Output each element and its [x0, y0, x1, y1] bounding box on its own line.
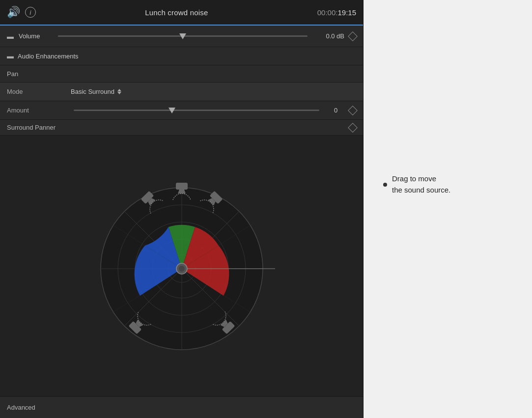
amount-label: Amount — [7, 107, 66, 114]
header-left: 🔊 i — [7, 6, 36, 19]
surround-panner-keyframe-button[interactable] — [348, 123, 358, 133]
amount-value: 0 — [327, 107, 344, 114]
amount-row: Amount 0 — [0, 101, 363, 120]
info-icon[interactable]: i — [25, 7, 36, 18]
surround-panner-label: Surround Panner — [7, 124, 56, 131]
pan-header: Pan — [0, 65, 363, 83]
speaker-icon: 🔊 — [7, 6, 20, 19]
annotation-dot — [383, 183, 387, 187]
mode-arrow-down — [117, 92, 121, 94]
header-title: Lunch crowd noise — [145, 8, 208, 17]
mode-row: Mode Basic Surround — [0, 83, 363, 101]
annotation-area: Drag to move the sound source. — [364, 0, 532, 418]
header: 🔊 i Lunch crowd noise 00:00:19:15 — [0, 0, 363, 26]
volume-keyframe-button[interactable] — [348, 31, 358, 41]
advanced-label: Advanced — [7, 404, 35, 411]
mode-arrow-up — [117, 89, 121, 91]
audio-enhancements-icon: ▬ — [7, 52, 14, 60]
volume-icon: ▬ — [7, 32, 14, 40]
mode-selector[interactable]: Basic Surround — [71, 88, 121, 95]
amount-keyframe-button[interactable] — [348, 106, 358, 115]
mode-label: Mode — [7, 88, 71, 95]
mode-value: Basic Surround — [71, 88, 114, 95]
volume-row: ▬ Volume 0.0 dB — [0, 26, 363, 47]
pan-label: Pan — [7, 70, 18, 78]
annotation-text: Drag to move the sound source. — [392, 173, 450, 195]
volume-slider[interactable] — [58, 35, 308, 37]
amount-slider[interactable] — [74, 110, 319, 111]
advanced-row[interactable]: Advanced — [0, 396, 363, 418]
annotation-line: Drag to move the sound source. — [383, 173, 450, 195]
audio-enhancements-header: ▬ Audio Enhancements — [0, 47, 363, 65]
panner-area[interactable] — [0, 136, 363, 396]
audio-enhancements-title: Audio Enhancements — [18, 53, 79, 60]
annotation-container: Drag to move the sound source. — [383, 173, 450, 195]
header-time: 00:00:19:15 — [317, 8, 356, 17]
inspector-panel: 🔊 i Lunch crowd noise 00:00:19:15 ▬ Volu… — [0, 0, 364, 418]
volume-value: 0.0 dB — [317, 32, 344, 40]
surround-panner-row: Surround Panner — [0, 120, 363, 136]
surround-panner-svg[interactable] — [88, 173, 275, 360]
svg-point-23 — [179, 266, 185, 272]
mode-arrows — [117, 89, 121, 94]
volume-label: Volume — [19, 32, 48, 40]
svg-rect-13 — [176, 183, 188, 190]
